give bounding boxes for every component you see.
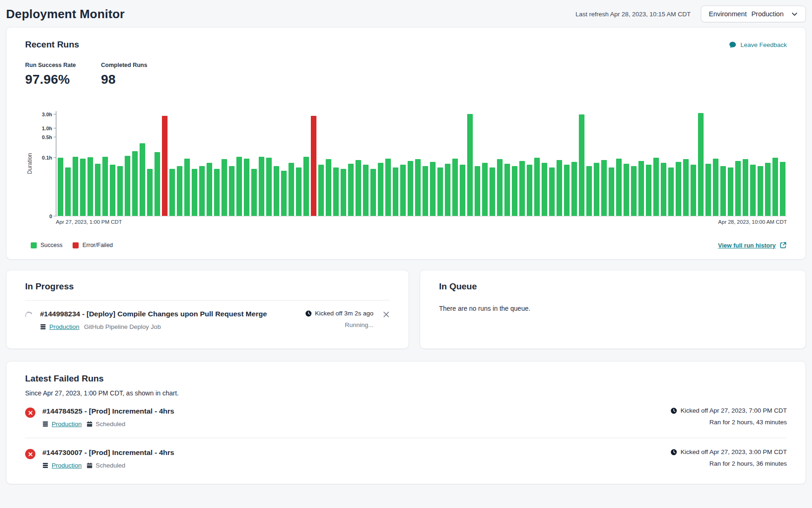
run-bar-success[interactable] <box>638 161 644 216</box>
run-bar-success[interactable] <box>683 159 689 216</box>
run-bar-success[interactable] <box>586 166 592 216</box>
run-bar-success[interactable] <box>467 114 473 216</box>
run-bar-success[interactable] <box>303 157 309 216</box>
run-bar-success[interactable] <box>147 169 153 216</box>
run-bar-success[interactable] <box>445 164 450 216</box>
run-bar-success[interactable] <box>281 171 287 216</box>
run-bar-success[interactable] <box>482 163 488 216</box>
run-bar-success[interactable] <box>117 166 123 216</box>
run-bar-success[interactable] <box>705 164 711 216</box>
run-bar-success[interactable] <box>557 160 562 216</box>
run-bar-success[interactable] <box>653 158 659 216</box>
run-bar-success[interactable] <box>460 165 465 216</box>
run-bar-success[interactable] <box>393 167 398 216</box>
run-bar-success[interactable] <box>251 169 257 216</box>
run-bar-success[interactable] <box>132 151 138 216</box>
run-bar-success[interactable] <box>504 164 510 216</box>
run-bar-success[interactable] <box>408 161 413 216</box>
run-bar-success[interactable] <box>430 162 436 216</box>
run-bar-success[interactable] <box>497 159 503 216</box>
run-bar-success[interactable] <box>378 163 383 216</box>
run-bar-success[interactable] <box>564 165 570 216</box>
run-bar-success[interactable] <box>400 165 406 216</box>
run-bar-success[interactable] <box>579 114 584 216</box>
run-bar-success[interactable] <box>735 161 741 216</box>
environment-link[interactable]: Production <box>40 323 80 330</box>
run-bar-success[interactable] <box>169 169 175 216</box>
run-bar-success[interactable] <box>661 163 666 216</box>
close-icon[interactable] <box>383 311 390 318</box>
run-bar-success[interactable] <box>423 166 428 216</box>
run-bar-success[interactable] <box>154 152 160 216</box>
run-bar-success[interactable] <box>318 165 324 216</box>
run-bar-success[interactable] <box>549 167 555 216</box>
run-bar-success[interactable] <box>58 158 63 216</box>
run-bar-success[interactable] <box>221 159 227 216</box>
run-bar-success[interactable] <box>236 157 242 216</box>
run-bar-success[interactable] <box>110 165 115 216</box>
run-bar-success[interactable] <box>490 167 495 216</box>
run-bar-success[interactable] <box>348 164 354 216</box>
run-bar-success[interactable] <box>125 156 130 216</box>
run-bar-success[interactable] <box>631 166 637 216</box>
view-full-run-history-link[interactable]: View full run history <box>718 241 787 249</box>
run-bar-success[interactable] <box>140 143 145 216</box>
run-bar-success[interactable] <box>95 164 101 216</box>
run-bar-success[interactable] <box>668 167 674 216</box>
run-bar-success[interactable] <box>698 113 704 216</box>
run-bar-success[interactable] <box>609 167 614 216</box>
run-bar-success[interactable] <box>542 163 547 216</box>
run-bar-success[interactable] <box>229 166 235 216</box>
run-bar-success[interactable] <box>691 165 696 216</box>
run-bar-success[interactable] <box>646 165 651 216</box>
run-bar-success[interactable] <box>772 158 778 216</box>
run-bar-success[interactable] <box>780 162 785 216</box>
run-bar-success[interactable] <box>370 169 376 216</box>
run-bar-success[interactable] <box>177 166 182 216</box>
run-bar-success[interactable] <box>80 159 86 216</box>
run-bar-success[interactable] <box>415 159 421 216</box>
run-bar-success[interactable] <box>437 167 443 216</box>
run-bar-success[interactable] <box>363 165 369 216</box>
run-bar-success[interactable] <box>758 166 763 216</box>
run-bar-success[interactable] <box>765 163 771 216</box>
run-bar-success[interactable] <box>289 163 294 216</box>
environment-dropdown[interactable]: Environment Production <box>701 6 806 22</box>
run-bar-success[interactable] <box>743 159 748 216</box>
run-bar-success[interactable] <box>720 166 726 216</box>
run-bar-success[interactable] <box>385 159 391 216</box>
run-bar-success[interactable] <box>333 167 339 216</box>
run-bar-success[interactable] <box>571 162 577 216</box>
run-bar-error[interactable] <box>311 116 316 216</box>
run-bar-success[interactable] <box>512 166 517 216</box>
run-bar-error[interactable] <box>162 116 168 216</box>
run-bar-success[interactable] <box>214 169 220 216</box>
run-bar-success[interactable] <box>594 163 599 216</box>
run-bar-success[interactable] <box>192 169 197 216</box>
leave-feedback-button[interactable]: Leave Feedback <box>729 41 787 49</box>
run-bar-success[interactable] <box>326 159 331 216</box>
run-bar-success[interactable] <box>199 166 205 216</box>
run-bar-success[interactable] <box>207 163 212 216</box>
run-bar-success[interactable] <box>475 166 480 216</box>
run-bar-success[interactable] <box>616 159 622 216</box>
run-bar-success[interactable] <box>87 157 93 216</box>
run-bar-success[interactable] <box>102 157 108 216</box>
run-bar-success[interactable] <box>184 159 190 216</box>
run-bar-success[interactable] <box>534 158 540 216</box>
run-bar-success[interactable] <box>728 167 733 216</box>
environment-link[interactable]: Production <box>42 462 82 469</box>
run-bar-success[interactable] <box>713 159 718 216</box>
run-bar-success[interactable] <box>676 162 681 216</box>
run-bar-success[interactable] <box>624 164 629 216</box>
run-bar-success[interactable] <box>259 157 264 216</box>
run-bar-success[interactable] <box>274 166 279 216</box>
run-bar-success[interactable] <box>601 160 607 216</box>
environment-link[interactable]: Production <box>42 421 82 428</box>
run-bar-success[interactable] <box>750 165 756 216</box>
run-bar-success[interactable] <box>244 159 249 216</box>
run-bar-success[interactable] <box>341 169 346 216</box>
run-bar-success[interactable] <box>527 165 532 216</box>
run-bar-success[interactable] <box>266 158 272 216</box>
run-bar-success[interactable] <box>296 167 302 216</box>
